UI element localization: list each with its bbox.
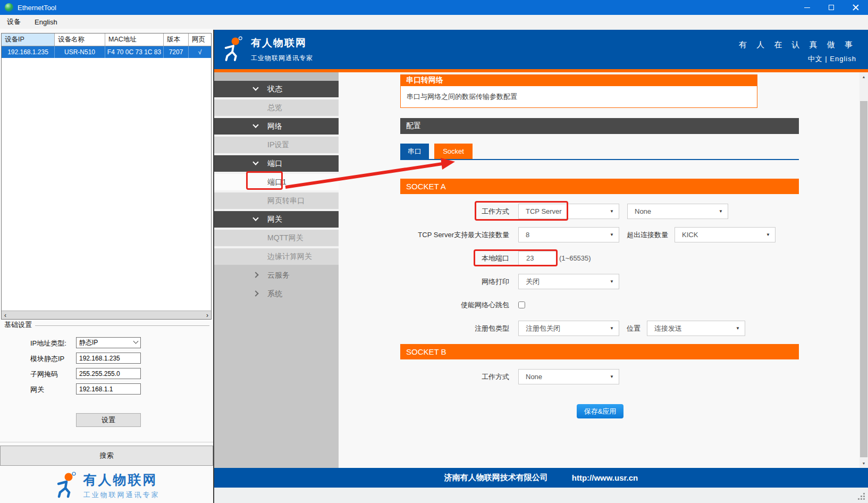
left-logo-brand: 有人物联网 [83, 471, 160, 489]
sidebar-item-ip-settings[interactable]: IP设置 [214, 137, 339, 153]
sidebar-item-network[interactable]: 网络 [214, 118, 339, 135]
save-apply-button[interactable]: 保存&应用 [577, 404, 623, 418]
column-header-mac[interactable]: MAC地址 [105, 33, 164, 46]
local-port-input[interactable] [518, 251, 557, 265]
overflow-label: 超出连接数量 [627, 230, 668, 240]
work-mode-secondary-select[interactable]: None ▼ [627, 204, 728, 219]
web-header: 有人物联网 工业物联网通讯专家 有 人 在 认 真 做 事 中文 | Engli… [214, 30, 868, 69]
sidebar-item-label: 云服务 [214, 271, 290, 280]
dropdown-arrow-icon: ▼ [610, 326, 614, 331]
close-icon [853, 4, 859, 11]
resize-grip-icon[interactable] [863, 498, 865, 500]
subnet-mask-field-wrap [76, 368, 141, 379]
dropdown-arrow-icon: ▼ [766, 232, 770, 237]
socket-b-header: SOCKET B [400, 344, 799, 359]
heartbeat-checkbox[interactable] [518, 301, 525, 308]
column-header-version[interactable]: 版本 [164, 33, 189, 46]
web-motto: 有 人 在 认 真 做 事 [739, 40, 856, 50]
ip-type-label: IP地址类型: [30, 339, 66, 348]
net-print-select[interactable]: 关闭 ▼ [518, 274, 619, 289]
socket-b-work-mode-select[interactable]: None ▼ [518, 369, 619, 384]
sidebar-item-label: 系统 [214, 289, 282, 299]
net-print-label: 网络打印 [400, 277, 509, 287]
sidebar-item-cloud[interactable]: 云服务 [214, 267, 339, 283]
sidebar-item-port[interactable]: 端口 [214, 155, 339, 172]
dropdown-arrow-icon: ▼ [736, 326, 740, 331]
basic-settings-group: 基础设置 [4, 320, 209, 330]
subnet-mask-field[interactable] [79, 370, 138, 378]
usr-logo-left: 有人物联网 工业物联网通讯专家 [0, 469, 213, 502]
max-connections-value: 8 [526, 231, 529, 239]
web-footer: 济南有人物联网技术有限公司 http://www.usr.cn [214, 468, 868, 488]
app-icon [5, 3, 13, 12]
sidebar-item-status[interactable]: 状态 [214, 81, 339, 97]
work-mode-select[interactable]: TCP Server ▼ [518, 204, 619, 219]
tab-serial[interactable]: 串口 [400, 144, 429, 159]
position-select[interactable]: 连接发送 ▼ [647, 321, 745, 336]
config-section-header: 配置 [400, 118, 799, 134]
sidebar-item-web-to-serial[interactable]: 网页转串口 [214, 192, 339, 209]
ip-type-select[interactable]: 静态IP [76, 337, 141, 348]
net-print-value: 关闭 [526, 277, 540, 287]
dropdown-arrow-icon: ▼ [610, 279, 614, 284]
heartbeat-label: 使能网络心跳包 [400, 300, 509, 310]
web-vscrollbar[interactable]: ▲ ▼ [859, 72, 868, 468]
menu-english[interactable]: English [28, 15, 64, 29]
sidebar-item-label: 网络 [214, 122, 282, 131]
close-button[interactable] [844, 0, 868, 15]
register-packet-value: 注册包关闭 [526, 324, 560, 333]
device-name-cell: USR-N510 [55, 46, 105, 58]
set-button[interactable]: 设置 [76, 413, 141, 427]
tab-socket[interactable]: Socket [434, 144, 473, 159]
sidebar-item-overview[interactable]: 总览 [214, 99, 339, 116]
static-ip-field[interactable] [79, 355, 138, 362]
web-content: 串口转网络 串口与网络之间的数据传输参数配置 配置 串口 Socket SOCK… [339, 72, 859, 468]
scroll-up-icon[interactable]: ▲ [859, 72, 868, 81]
column-header-device-ip[interactable]: 设备IP [2, 33, 55, 46]
menu-device[interactable]: 设备 [0, 15, 28, 29]
gateway-field-wrap [76, 383, 141, 395]
scroll-left-icon[interactable]: ‹ [4, 312, 6, 319]
sidebar-item-label: 网页转串口 [214, 196, 305, 206]
gateway-label: 网关 [30, 385, 44, 395]
page-description: 串口与网络之间的数据传输参数配置 [400, 86, 757, 108]
search-button[interactable]: 搜索 [0, 446, 213, 466]
static-ip-label: 模块静态IP [30, 354, 64, 364]
local-port-row: 本地端口 (1~65535) [400, 250, 847, 266]
language-switch[interactable]: 中文 | English [739, 54, 856, 64]
column-header-device-name[interactable]: 设备名称 [55, 33, 105, 46]
scroll-down-icon[interactable]: ▼ [859, 459, 868, 468]
device-web-cell[interactable]: √ [189, 46, 211, 58]
usr-figure-icon [54, 472, 78, 499]
tab-bar: 串口 Socket [400, 144, 473, 159]
column-header-web[interactable]: 网页 [189, 33, 211, 46]
gateway-field[interactable] [79, 385, 138, 393]
chevron-down-icon [133, 339, 139, 344]
sidebar-item-gateway[interactable]: 网关 [214, 211, 339, 228]
overflow-select[interactable]: KICK ▼ [675, 227, 776, 242]
work-mode-value: TCP Server [526, 207, 562, 215]
work-mode-label: 工作方式 [400, 207, 509, 216]
device-row-selected[interactable]: 192.168.1.235 USR-N510 F4 70 0C 73 1C 83… [2, 46, 211, 58]
footer-url[interactable]: http://www.usr.cn [572, 473, 638, 482]
titlebar: EthernetTool [0, 0, 868, 15]
device-ip-cell: 192.168.1.235 [2, 46, 55, 58]
menubar: 设备 English [0, 15, 868, 29]
sidebar-item-port1[interactable]: 端口1 [214, 174, 339, 190]
sidebar-item-edge-gateway[interactable]: 边缘计算网关 [214, 248, 339, 265]
page-title: 串口转网络 [400, 74, 757, 86]
left-logo-slogan: 工业物联网通讯专家 [83, 490, 160, 500]
maximize-button[interactable] [819, 0, 844, 15]
web-brand: 有人物联网 [251, 36, 313, 50]
minimize-button[interactable] [795, 0, 819, 15]
register-packet-select[interactable]: 注册包关闭 ▼ [518, 321, 619, 336]
sidebar-item-label: 端口 [214, 159, 282, 169]
sidebar-item-mqtt-gateway[interactable]: MQTT网关 [214, 230, 339, 246]
device-table-hscrollbar[interactable]: ‹ › [2, 311, 211, 319]
scroll-right-icon[interactable]: › [206, 312, 208, 319]
scrollbar-thumb[interactable] [860, 101, 867, 457]
max-connections-select[interactable]: 8 ▼ [518, 227, 619, 242]
sidebar-item-system[interactable]: 系统 [214, 286, 339, 302]
divider [0, 442, 213, 442]
usr-figure-icon [221, 36, 245, 63]
